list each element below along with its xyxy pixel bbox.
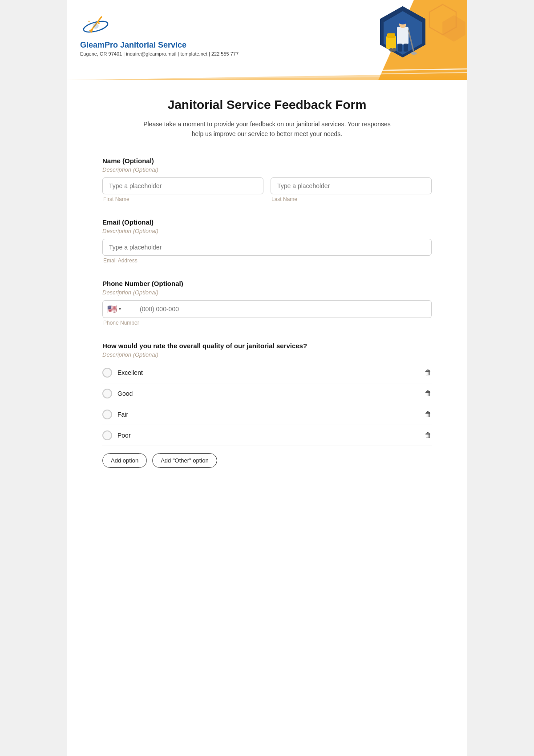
phone-row: 🇺🇸 ▾ bbox=[102, 300, 432, 318]
delete-icon-poor[interactable]: 🗑 bbox=[425, 431, 432, 439]
radio-label-poor: Poor bbox=[117, 432, 131, 439]
field-desc-email: Description (Optional) bbox=[102, 228, 432, 234]
field-label-quality: How would you rate the overall quality o… bbox=[102, 342, 432, 350]
page: GleamPro Janitorial Service Eugene, OR 9… bbox=[67, 0, 467, 756]
radio-option-left-fair: Fair bbox=[102, 410, 128, 419]
add-other-option-button[interactable]: Add "Other" option bbox=[152, 453, 217, 468]
field-section-name: Name (Optional) Description (Optional) F… bbox=[102, 157, 432, 202]
delete-icon-excellent[interactable]: 🗑 bbox=[425, 369, 432, 377]
radio-option-row-fair: Fair 🗑 bbox=[102, 404, 432, 425]
radio-option-row-excellent: Excellent 🗑 bbox=[102, 362, 432, 383]
field-desc-name: Description (Optional) bbox=[102, 166, 432, 173]
field-row-name: First Name Last Name bbox=[102, 177, 432, 202]
radio-option-left-poor: Poor bbox=[102, 430, 131, 440]
radio-label-excellent: Excellent bbox=[117, 369, 143, 376]
radio-options: Excellent 🗑 Good 🗑 Fair � bbox=[102, 362, 432, 446]
field-label-email: Email (Optional) bbox=[102, 218, 432, 226]
radio-option-row-poor: Poor 🗑 bbox=[102, 425, 432, 446]
company-details: Eugene, OR 97401 | inquire@gleampro.mail… bbox=[80, 51, 239, 56]
radio-circle-excellent[interactable] bbox=[102, 368, 112, 378]
delete-icon-fair[interactable]: 🗑 bbox=[425, 410, 432, 418]
header: GleamPro Janitorial Service Eugene, OR 9… bbox=[67, 0, 467, 80]
first-name-sublabel: First Name bbox=[102, 196, 263, 202]
first-name-wrapper: First Name bbox=[102, 177, 263, 202]
svg-point-23 bbox=[98, 22, 100, 24]
company-name: GleamPro Janitorial Service bbox=[80, 40, 186, 50]
svg-point-26 bbox=[93, 23, 98, 28]
radio-option-left-good: Good bbox=[102, 389, 133, 398]
last-name-input[interactable] bbox=[271, 177, 432, 194]
email-input[interactable] bbox=[102, 239, 432, 256]
radio-circle-poor[interactable] bbox=[102, 430, 112, 440]
svg-point-24 bbox=[89, 21, 90, 22]
logo-icon bbox=[80, 13, 111, 38]
radio-circle-good[interactable] bbox=[102, 389, 112, 398]
form-title: Janitorial Service Feedback Form bbox=[102, 98, 432, 112]
email-sublabel: Email Address bbox=[102, 257, 432, 264]
add-option-row: Add option Add "Other" option bbox=[102, 453, 432, 468]
field-desc-phone: Description (Optional) bbox=[102, 289, 432, 296]
flag-emoji: 🇺🇸 bbox=[107, 304, 117, 314]
field-desc-quality: Description (Optional) bbox=[102, 351, 432, 358]
radio-label-fair: Fair bbox=[117, 411, 128, 418]
radio-option-row-good: Good 🗑 bbox=[102, 383, 432, 404]
field-label-phone: Phone Number (Optional) bbox=[102, 280, 432, 287]
field-section-phone: Phone Number (Optional) Description (Opt… bbox=[102, 280, 432, 326]
svg-point-25 bbox=[102, 28, 103, 30]
last-name-wrapper: Last Name bbox=[271, 177, 432, 202]
radio-option-left-excellent: Excellent bbox=[102, 368, 143, 378]
first-name-input[interactable] bbox=[102, 177, 263, 194]
add-option-button[interactable]: Add option bbox=[102, 453, 147, 468]
phone-flag-selector[interactable]: 🇺🇸 ▾ bbox=[102, 300, 134, 318]
phone-sublabel: Phone Number bbox=[102, 320, 432, 326]
radio-label-good: Good bbox=[117, 390, 133, 397]
last-name-sublabel: Last Name bbox=[271, 196, 432, 202]
logo-area: GleamPro Janitorial Service Eugene, OR 9… bbox=[80, 9, 454, 56]
radio-circle-fair[interactable] bbox=[102, 410, 112, 419]
delete-icon-good[interactable]: 🗑 bbox=[425, 390, 432, 398]
form-container: Janitorial Service Feedback Form Please … bbox=[67, 80, 467, 511]
chevron-down-icon: ▾ bbox=[119, 306, 121, 311]
phone-input[interactable] bbox=[134, 300, 432, 318]
form-description: Please take a moment to provide your fee… bbox=[138, 119, 396, 139]
field-label-name: Name (Optional) bbox=[102, 157, 432, 165]
field-section-quality: How would you rate the overall quality o… bbox=[102, 342, 432, 468]
field-section-email: Email (Optional) Description (Optional) … bbox=[102, 218, 432, 264]
